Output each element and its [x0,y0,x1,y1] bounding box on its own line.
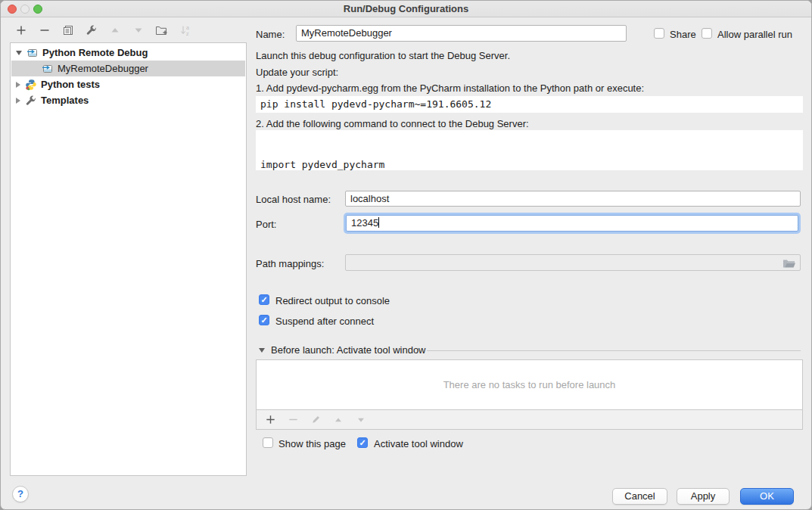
titlebar: Run/Debug Configurations [1,1,811,17]
minus-icon [286,413,300,427]
tree-item-templates[interactable]: Templates [11,92,245,108]
tasks-empty-text: There are no tasks to run before launch [443,379,616,390]
cancel-button[interactable]: Cancel [612,488,667,505]
tree-item-python-tests[interactable]: Python tests [11,76,245,92]
local-host-label: Local host name: [256,194,331,205]
path-mappings-label: Path mappings: [256,258,324,269]
port-input[interactable]: 12345 [346,215,798,232]
remote-debug-icon [26,47,39,59]
arrow-down-icon [354,413,368,427]
tree-item-label: Python Remote Debug [42,47,148,58]
help-button[interactable]: ? [12,486,29,502]
code-line-1: import pydevd_pycharm [260,158,798,170]
wrench-icon[interactable] [85,23,98,37]
chevron-collapsed-icon[interactable] [16,98,20,104]
arrow-up-icon [331,413,345,427]
tree-item-python-remote-debug[interactable]: Python Remote Debug [11,45,245,61]
local-host-input[interactable]: localhost [345,191,801,207]
wrench-icon [25,95,37,107]
suspend-after-connect-checkbox[interactable] [259,315,269,325]
arrow-down-icon [132,23,145,37]
browse-folder-icon [782,258,796,272]
activate-tool-window-checkbox[interactable] [357,437,368,448]
tree-item-label: Python tests [41,79,100,90]
name-input[interactable]: MyRemoteDebugger [296,25,627,42]
sort-az-icon: az [179,23,192,37]
apply-button[interactable]: Apply [677,488,730,505]
instruction-line-2: Update your script: [256,67,338,78]
allow-parallel-run-checkbox[interactable] [702,28,712,39]
arrow-up-icon [108,23,122,37]
instruction-step-2: 2. Add the following command to connect … [256,118,529,129]
sidebar-toolbar: az [14,23,192,37]
suspend-after-connect-label: Suspend after connect [275,316,374,327]
redirect-output-checkbox[interactable] [259,294,269,305]
pencil-icon [309,413,322,427]
ok-button[interactable]: OK [740,488,794,505]
pip-command-code: pip install pydevd-pycharm~=191.6605.12 [256,96,803,113]
instruction-line-1: Launch this debug configuration to start… [256,50,510,61]
copy-icon[interactable] [61,23,75,37]
window-title: Run/Debug Configurations [1,3,811,14]
svg-text:z: z [186,31,189,36]
share-label: Share [670,29,696,40]
port-value: 12345 [351,217,378,229]
before-launch-tasks-list: There are no tasks to run before launch [256,359,803,410]
remote-debug-icon [42,63,54,75]
name-label: Name: [256,29,285,40]
port-label: Port: [256,219,276,230]
tree-item-label: Templates [41,95,89,106]
tasks-toolbar [256,409,803,430]
chevron-collapsed-icon[interactable] [16,82,20,88]
run-debug-configurations-dialog: Run/Debug Configurations az Python Remot… [0,0,812,510]
before-launch-title: Before launch: Activate tool window [271,344,426,356]
text-caret [378,217,379,228]
chevron-expanded-icon[interactable] [16,51,22,55]
share-checkbox[interactable] [654,28,664,39]
tree-item-label: MyRemoteDebugger [58,63,148,74]
python-icon [25,79,37,91]
path-mappings-input [345,254,801,271]
activate-tool-window-label: Activate tool window [374,438,463,449]
before-launch-separator [427,350,801,351]
configurations-tree: Python Remote Debug MyRemoteDebugger Pyt… [10,42,247,476]
redirect-output-label: Redirect output to console [275,295,390,306]
plus-icon[interactable] [263,413,277,427]
svg-text:a: a [186,25,189,30]
show-this-page-label: Show this page [278,438,346,449]
allow-parallel-run-label: Allow parallel run [717,29,792,40]
settrace-code: import pydevd_pycharm pydevd_pycharm.set… [256,130,803,170]
tree-item-myremotedebugger[interactable]: MyRemoteDebugger [11,61,245,76]
plus-icon[interactable] [14,23,28,37]
minus-icon[interactable] [38,23,51,37]
before-launch-collapse-icon[interactable] [259,348,265,353]
show-this-page-checkbox[interactable] [263,437,273,448]
instruction-step-1: 1. Add pydevd-pycharm.egg from the PyCha… [256,82,644,94]
folder-plus-icon[interactable] [155,23,169,37]
